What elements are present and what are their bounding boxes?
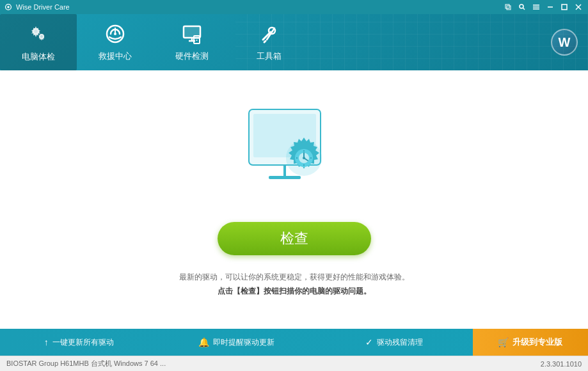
status-bar: BIOSTAR Group H61MHB 台式机 Windows 7 64 ..… (0, 356, 588, 371)
nav-bar: 电脑体检 救援中心 (0, 14, 588, 70)
hardware-icon (181, 23, 203, 48)
svg-point-24 (196, 40, 198, 41)
toolbox-icon (258, 23, 280, 48)
search-btn[interactable] (516, 3, 528, 12)
nav-item-pc-check[interactable]: 电脑体检 (0, 14, 77, 70)
desc-line1: 最新的驱动，可以让你的系统更稳定，获得更好的性能和游戏体验。 (179, 271, 409, 285)
remind-update-label: 即时提醒驱动更新 (213, 337, 274, 348)
svg-point-4 (520, 4, 523, 8)
remind-icon: 🔔 (198, 337, 209, 347)
one-key-update-btn[interactable]: ↑ 一键更新所有驱动 (0, 329, 157, 356)
svg-rect-33 (269, 176, 301, 179)
upgrade-icon: 🛒 (498, 337, 509, 347)
driver-cleanup-btn[interactable]: ✓ 驱动残留清理 (315, 329, 473, 356)
desc-line2: 点击【检查】按钮扫描你的电脑的驱动问题。 (179, 285, 409, 299)
driver-cleanup-label: 驱动残留清理 (377, 337, 423, 348)
svg-line-28 (264, 41, 266, 42)
avatar-circle[interactable]: W (551, 29, 578, 56)
app-icon (4, 3, 13, 12)
nav-label-rescue: 救援中心 (99, 51, 132, 62)
svg-line-5 (523, 8, 525, 10)
svg-rect-10 (562, 4, 567, 10)
nav-avatar[interactable]: W (551, 29, 578, 56)
rescue-icon (104, 23, 126, 48)
system-info: BIOSTAR Group H61MHB 台式机 Windows 7 64 ..… (6, 359, 166, 368)
one-key-update-label: 一键更新所有驱动 (52, 337, 114, 348)
description-text: 最新的驱动，可以让你的系统更稳定，获得更好的性能和游戏体验。 点击【检查】按钮扫… (179, 271, 409, 298)
window-controls (502, 3, 584, 12)
illustration (230, 100, 358, 203)
upgrade-label: 升级到专业版 (513, 336, 562, 348)
monitor-gear-illustration (230, 100, 358, 203)
remind-update-btn[interactable]: 🔔 即时提醒驱动更新 (157, 329, 315, 356)
restore-btn[interactable] (502, 3, 514, 12)
svg-point-1 (7, 6, 10, 8)
svg-point-17 (114, 33, 116, 35)
svg-rect-2 (505, 4, 509, 8)
svg-rect-3 (507, 6, 511, 10)
version-info: 2.3.301.1010 (541, 360, 582, 368)
title-bar-left: Wise Driver Care (4, 3, 70, 12)
nav-label-toolbox: 工具箱 (257, 51, 282, 62)
scan-button[interactable]: 检查 (218, 222, 371, 255)
update-all-icon: ↑ (44, 337, 49, 347)
upgrade-btn[interactable]: 🛒 升级到专业版 (473, 329, 588, 356)
app-title: Wise Driver Care (16, 3, 70, 11)
bottom-bar: ↑ 一键更新所有驱动 🔔 即时提醒驱动更新 ✓ 驱动残留清理 🛒 升级到专业版 (0, 329, 588, 356)
menu-btn[interactable] (530, 3, 542, 12)
cleanup-icon: ✓ (365, 337, 373, 347)
nav-label-hardware: 硬件检测 (175, 51, 209, 62)
maximize-btn[interactable] (559, 3, 570, 12)
nav-item-toolbox[interactable]: 工具箱 (230, 14, 307, 70)
svg-point-39 (303, 157, 305, 159)
title-bar: Wise Driver Care (0, 0, 588, 14)
minimize-btn[interactable] (544, 3, 556, 12)
pc-check-icon (27, 22, 50, 49)
main-content: 检查 最新的驱动，可以让你的系统更稳定，获得更好的性能和游戏体验。 点击【检查】… (0, 70, 588, 329)
nav-item-hardware[interactable]: 硬件检测 (154, 14, 230, 70)
close-btn[interactable] (573, 3, 584, 12)
nav-label-pc-check: 电脑体检 (22, 51, 55, 63)
nav-item-rescue[interactable]: 救援中心 (77, 14, 154, 70)
nav-spacer (307, 14, 551, 70)
